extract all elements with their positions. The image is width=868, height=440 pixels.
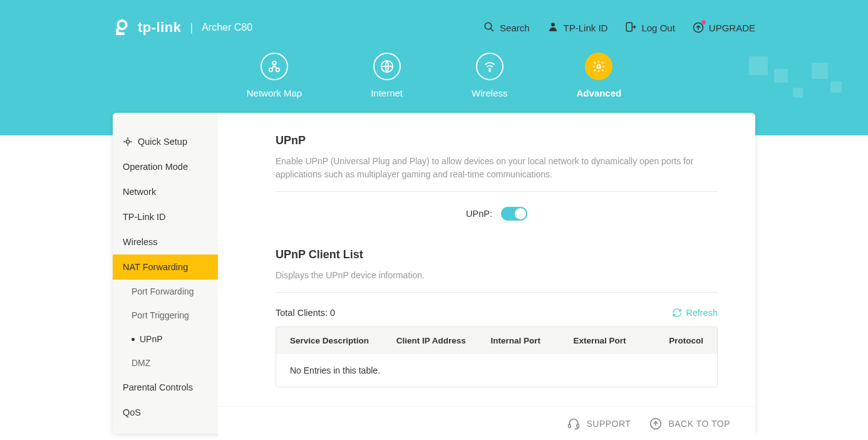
tab-advanced-label: Advanced (577, 88, 622, 98)
svg-rect-6 (627, 23, 633, 31)
sidebar: Quick Setup Operation Mode Network TP-Li… (113, 113, 218, 434)
sidebar-security[interactable]: Security (113, 425, 218, 434)
sidebar-operation-mode[interactable]: Operation Mode (113, 154, 218, 179)
sidebar-sub-port-triggering-label: Port Triggering (132, 310, 189, 320)
network-map-icon (261, 53, 288, 80)
tplink-id-label: TP-Link ID (564, 23, 608, 33)
tab-internet[interactable]: Internet (371, 53, 403, 98)
refresh-icon (672, 308, 682, 318)
globe-icon (373, 53, 401, 80)
sidebar-network-label: Network (123, 187, 156, 197)
sidebar-sub-upnp-label: UPnP (140, 334, 163, 344)
sidebar-sub-port-forwarding[interactable]: Port Forwarding (113, 280, 218, 303)
sidebar-quick-setup-label: Quick Setup (138, 137, 187, 147)
user-icon (547, 21, 559, 34)
target-icon (123, 137, 133, 147)
svg-point-14 (126, 140, 129, 143)
sidebar-wireless-label: Wireless (123, 237, 158, 247)
svg-point-0 (118, 21, 127, 29)
table-empty-message: No Entries in this table. (276, 354, 717, 387)
svg-point-12 (489, 70, 490, 71)
sidebar-sub-port-triggering[interactable]: Port Triggering (113, 303, 218, 327)
svg-line-4 (490, 28, 493, 31)
tplink-id-action[interactable]: TP-Link ID (547, 21, 608, 34)
topbar: tp-link | Archer C80 Search TP-Link ID L… (0, 0, 868, 40)
total-clients-label: Total Clients: (276, 308, 328, 318)
gear-icon (585, 53, 612, 80)
footer: SUPPORT BACK TO TOP (218, 406, 755, 440)
decorative-squares (743, 56, 868, 132)
back-to-top-label: BACK TO TOP (668, 419, 730, 429)
col-internal-port: Internal Port (491, 336, 574, 345)
brand-name: tp-link (138, 19, 182, 36)
total-clients-value: 0 (330, 308, 335, 318)
col-client-ip: Client IP Address (396, 336, 491, 345)
sidebar-tplink-id[interactable]: TP-Link ID (113, 204, 218, 229)
upnp-description: Enable UPnP (Universal Plug and Play) to… (276, 155, 718, 192)
refresh-button[interactable]: Refresh (672, 308, 718, 318)
sidebar-sub-dmz[interactable]: DMZ (113, 351, 218, 375)
back-to-top-button[interactable]: BACK TO TOP (649, 417, 730, 430)
sidebar-wireless[interactable]: Wireless (113, 229, 218, 254)
toggle-knob (515, 208, 526, 219)
tab-internet-label: Internet (371, 88, 403, 98)
svg-rect-15 (569, 424, 571, 427)
sidebar-parental-controls-label: Parental Controls (123, 382, 193, 392)
col-external-port: External Port (574, 336, 656, 345)
svg-point-9 (269, 68, 273, 72)
brand: tp-link | Archer C80 (113, 18, 252, 37)
tab-network-map[interactable]: Network Map (247, 53, 302, 98)
tab-advanced[interactable]: Advanced (577, 53, 622, 98)
sidebar-qos[interactable]: QoS (113, 400, 218, 425)
sidebar-quick-setup[interactable]: Quick Setup (113, 129, 218, 154)
top-actions: Search TP-Link ID Log Out UPGRADE (483, 21, 755, 34)
client-list-description: Displays the UPnP device information. (276, 269, 718, 293)
svg-rect-16 (577, 424, 579, 427)
svg-point-8 (272, 61, 276, 65)
sidebar-sub-dmz-label: DMZ (132, 358, 150, 368)
svg-point-3 (485, 23, 492, 29)
main-tabs: Network Map Internet Wireless Advanced (0, 53, 868, 98)
sidebar-security-label: Security (123, 432, 155, 434)
upgrade-icon (693, 22, 704, 33)
svg-point-10 (276, 68, 280, 72)
tab-wireless-label: Wireless (472, 88, 508, 98)
brand-divider: | (190, 21, 194, 34)
search-icon (483, 21, 495, 34)
search-action[interactable]: Search (483, 21, 530, 34)
upnp-toggle[interactable] (501, 207, 527, 221)
search-label: Search (500, 23, 530, 33)
sidebar-nat-forwarding-label: NAT Forwarding (123, 262, 188, 272)
upnp-toggle-label: UPnP: (466, 209, 492, 219)
svg-rect-2 (116, 33, 125, 36)
tplink-logo-icon (113, 18, 132, 37)
svg-point-13 (597, 65, 601, 68)
tab-network-map-label: Network Map (247, 88, 302, 98)
support-button[interactable]: SUPPORT (567, 417, 631, 430)
upnp-title: UPnP (276, 134, 718, 147)
headset-icon (567, 417, 580, 430)
sidebar-network[interactable]: Network (113, 179, 218, 204)
logout-icon (625, 21, 636, 34)
content-area: UPnP Enable UPnP (Universal Plug and Pla… (218, 113, 755, 434)
sidebar-nat-forwarding[interactable]: NAT Forwarding (113, 254, 218, 280)
logout-action[interactable]: Log Out (625, 21, 674, 34)
upgrade-action[interactable]: UPGRADE (693, 22, 755, 33)
support-label: SUPPORT (586, 419, 631, 429)
total-clients: Total Clients: 0 (276, 308, 335, 318)
tab-wireless[interactable]: Wireless (472, 53, 508, 98)
sidebar-parental-controls[interactable]: Parental Controls (113, 375, 218, 400)
refresh-label: Refresh (686, 308, 718, 318)
sidebar-qos-label: QoS (123, 407, 141, 417)
client-table: Service Description Client IP Address In… (276, 327, 718, 387)
client-list-title: UPnP Client List (276, 248, 718, 261)
main-panel: Quick Setup Operation Mode Network TP-Li… (113, 113, 755, 434)
col-service: Service Description (290, 336, 396, 345)
sidebar-tplink-id-label: TP-Link ID (123, 212, 166, 222)
sidebar-sub-upnp[interactable]: UPnP (113, 327, 218, 351)
table-header: Service Description Client IP Address In… (276, 327, 717, 354)
upnp-toggle-row: UPnP: (276, 207, 718, 221)
col-protocol: Protocol (656, 336, 703, 345)
logout-label: Log Out (641, 23, 674, 33)
sidebar-sub-port-forwarding-label: Port Forwarding (132, 286, 194, 296)
